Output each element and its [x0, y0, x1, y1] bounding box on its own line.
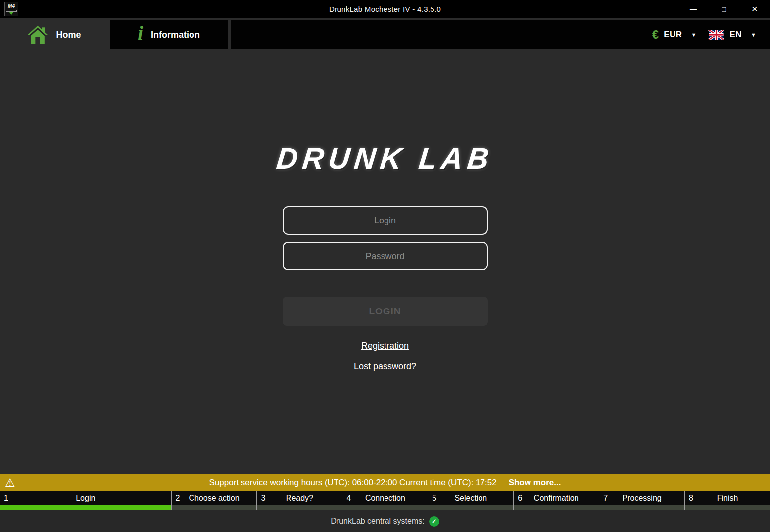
- step-connection: 4Connection: [342, 491, 428, 510]
- step-number: 4: [346, 494, 351, 503]
- support-banner: ⚠ Support service working hours (UTC): 0…: [0, 474, 770, 491]
- support-hours-text: Support service working hours (UTC): 06:…: [209, 478, 497, 488]
- step-progress-bar: [342, 505, 428, 510]
- chevron-down-icon: ▼: [691, 32, 697, 38]
- step-number: 3: [261, 494, 265, 503]
- step-selection: 5Selection: [428, 491, 514, 510]
- step-number: 6: [518, 494, 522, 503]
- language-code: EN: [729, 30, 742, 40]
- step-number: 1: [4, 494, 8, 503]
- footer-status-bar: DrunkLab central systems: ✓: [0, 510, 770, 532]
- step-progress-bar: [599, 505, 684, 510]
- step-number: 7: [603, 494, 608, 503]
- step-label: Selection: [454, 494, 487, 503]
- currency-selector[interactable]: € EUR ▼: [652, 28, 702, 42]
- tab-information[interactable]: i Information: [110, 20, 228, 49]
- tab-information-label: Information: [151, 30, 200, 40]
- step-number: 5: [432, 494, 436, 503]
- step-progress-bar: [172, 505, 257, 510]
- step-progress-bar: [514, 505, 599, 510]
- tab-home[interactable]: Home: [0, 20, 108, 49]
- central-systems-label: DrunkLab central systems:: [331, 517, 424, 526]
- step-confirmation: 6Confirmation: [514, 491, 599, 510]
- step-choose-action: 2Choose action: [172, 491, 257, 510]
- uk-flag-icon: [708, 30, 724, 40]
- step-label: Processing: [623, 494, 662, 503]
- warning-icon: ⚠: [5, 477, 15, 488]
- language-selector[interactable]: EN ▼: [708, 30, 761, 40]
- drunklab-logo: DRUNK LAB: [275, 141, 495, 176]
- step-number: 2: [176, 494, 180, 503]
- step-label: Connection: [365, 494, 405, 503]
- nav-bar: Home i Information € EUR ▼ EN: [0, 18, 770, 49]
- currency-code: EUR: [664, 30, 682, 40]
- step-progress-bar: [685, 505, 770, 510]
- registration-link[interactable]: Registration: [361, 341, 409, 351]
- window-title: DrunkLab Mochester IV - 4.3.5.0: [0, 5, 770, 13]
- step-ready-: 3Ready?: [257, 491, 342, 510]
- password-input[interactable]: [283, 242, 488, 270]
- chevron-down-icon: ▼: [751, 32, 756, 38]
- nav-right-strip: € EUR ▼ EN ▼: [231, 20, 770, 49]
- steps-bar: 1Login2Choose action3Ready?4Connection5S…: [0, 491, 770, 510]
- login-button[interactable]: LOGIN: [283, 297, 488, 326]
- close-button[interactable]: ×: [739, 0, 770, 18]
- step-label: Login: [76, 494, 95, 503]
- step-login: 1Login: [0, 491, 172, 510]
- login-form: LOGIN Registration Lost password?: [283, 206, 488, 372]
- minimize-button[interactable]: —: [678, 0, 709, 18]
- step-processing: 7Processing: [599, 491, 685, 510]
- information-icon: i: [138, 23, 143, 43]
- maximize-button[interactable]: □: [709, 0, 739, 18]
- step-label: Confirmation: [534, 494, 579, 503]
- euro-icon: €: [652, 28, 659, 42]
- tab-home-label: Home: [56, 30, 81, 40]
- step-progress-bar: [257, 505, 342, 510]
- show-more-link[interactable]: Show more...: [509, 478, 561, 488]
- step-label: Ready?: [286, 494, 313, 503]
- step-label: Finish: [717, 494, 738, 503]
- login-input[interactable]: [283, 206, 488, 235]
- step-finish: 8Finish: [685, 491, 770, 510]
- step-label: Choose action: [189, 494, 239, 503]
- home-icon: [27, 25, 48, 44]
- lost-password-link[interactable]: Lost password?: [354, 361, 416, 372]
- window-controls: — □ ×: [678, 0, 770, 18]
- step-progress-bar: [0, 505, 171, 510]
- main-content: DRUNK LAB LOGIN Registration Lost passwo…: [0, 49, 770, 474]
- status-ok-icon: ✓: [429, 516, 439, 527]
- step-progress-bar: [428, 505, 513, 510]
- step-number: 8: [689, 494, 693, 503]
- title-bar: M4 DrunkLab Mochester IV - 4.3.5.0 — □ ×: [0, 0, 770, 18]
